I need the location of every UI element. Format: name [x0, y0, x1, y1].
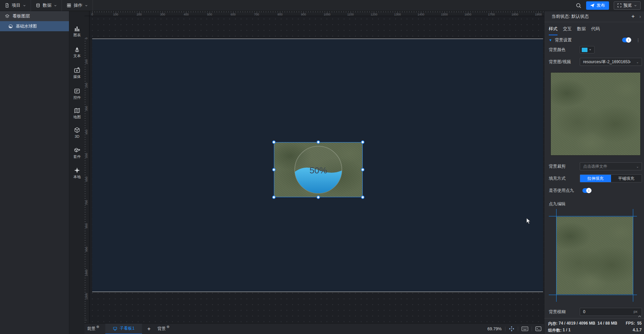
nine-patch-guide-right[interactable] — [633, 209, 633, 302]
bg-blur-input[interactable] — [580, 308, 642, 316]
bg-blur-label: 背景模糊 — [549, 309, 566, 315]
keyboard-icon[interactable] — [522, 326, 528, 331]
resize-handle-nw[interactable] — [272, 140, 276, 144]
chevron-down-icon — [634, 4, 637, 7]
tab-data[interactable]: 数据 — [577, 26, 586, 35]
nine-patch-toggle[interactable] — [582, 188, 592, 193]
publish-label: 发布 — [597, 3, 605, 8]
plus-circle-icon[interactable]: ⊕ — [167, 325, 170, 329]
toolbox-item-3d[interactable]: 3D — [69, 127, 85, 138]
bg-color-row: 背景颜色 — [549, 46, 642, 54]
bg-media-row: 背景图/视频 resources/草-2_16901653469 ⌄ — [549, 58, 642, 66]
resize-handle-sw[interactable] — [272, 196, 276, 199]
toolbox-item-text[interactable]: 文本 — [69, 46, 85, 58]
preview-label: 预览 — [623, 3, 632, 8]
tab-style[interactable]: 样式 — [549, 26, 558, 35]
menu-actions-label: 操作 — [74, 2, 82, 8]
gauge-value-label: 50% — [310, 165, 327, 175]
toolbox-item-label: 控件 — [73, 95, 81, 99]
toolbox-item-media[interactable]: 媒体 — [69, 67, 85, 79]
menu-data-label: 数据 — [43, 2, 51, 8]
background-button[interactable]: 背景 ⊕ — [155, 326, 172, 332]
canvas-viewport[interactable]: 50% — [90, 16, 544, 323]
divider — [532, 327, 532, 331]
foreground-label: 前景 — [87, 326, 96, 332]
chart-icon — [74, 25, 80, 32]
map-icon — [74, 107, 80, 114]
tab-code[interactable]: 代码 — [591, 26, 600, 35]
layer-item-liquid-gauge[interactable]: 基础水球图 — [0, 21, 69, 31]
nine-patch-guide-top[interactable] — [549, 216, 637, 216]
add-state-button[interactable]: + — [631, 13, 639, 20]
app-window: 项目 数据 操作 发布 预览 — [0, 0, 644, 334]
bg-media-value: resources/草-2_16901653469 — [580, 59, 631, 65]
foreground-button[interactable]: 前景 ⊕ — [84, 326, 102, 332]
cube-3d-icon — [74, 127, 80, 133]
tab-interaction[interactable]: 交互 — [563, 26, 572, 35]
chevron-up-icon[interactable] — [638, 315, 641, 318]
layers-icon — [5, 14, 10, 19]
v-ruler: 010020030040050060070080090010001100 — [84, 16, 90, 323]
terminal-icon[interactable] — [535, 326, 541, 331]
topbar: 项目 数据 操作 发布 预览 — [0, 0, 644, 11]
toolbox-item-local[interactable]: 本地 — [69, 167, 85, 179]
fill-mode-label: 填充方式 — [549, 176, 566, 181]
resize-handle-n[interactable] — [317, 140, 320, 144]
add-board-button[interactable]: + — [143, 326, 155, 332]
menu-project[interactable]: 项目 — [0, 0, 31, 11]
tab-subboard-1-label: 子看板1 — [119, 326, 134, 331]
board-icon — [113, 326, 117, 331]
bg-media-select[interactable]: resources/草-2_16901653469 ⌄ — [580, 58, 642, 66]
menu-data[interactable]: 数据 — [31, 0, 62, 11]
chevron-right-icon[interactable]: › — [639, 14, 644, 19]
components-label: 组件数: — [548, 328, 562, 333]
memory-label: 内存: — [548, 321, 558, 327]
ruler-corner — [84, 11, 90, 16]
layer-item-label: 基础水球图 — [16, 24, 37, 29]
toolbox-item-charts[interactable]: 图表 — [69, 25, 85, 37]
toolbox-item-map[interactable]: 地图 — [69, 107, 85, 119]
inspector-panel: 当前状态: 默认状态 + › 样式 交互 数据 代码 ▼ 背景设置 ⋮ 背景颜色 — [544, 11, 644, 318]
nine-patch-label: 是否使用点九 — [549, 188, 574, 194]
bg-color-picker[interactable] — [580, 46, 595, 53]
caret-down-icon[interactable]: ▼ — [549, 38, 552, 42]
resize-handle-s[interactable] — [317, 196, 320, 199]
document-icon — [5, 3, 9, 8]
preview-button[interactable]: 预览 — [614, 1, 641, 10]
bg-color-label: 背景颜色 — [549, 47, 566, 53]
toolbox-item-label: 套件 — [73, 155, 81, 159]
tab-subboard-1[interactable]: 子看板1 — [105, 324, 142, 334]
current-state-label: 当前状态: 默认状态 — [551, 13, 589, 19]
toolbox-item-label: 文本 — [73, 54, 81, 58]
fill-mode-tile-button[interactable]: 平铺填充 — [611, 175, 642, 182]
resize-handle-e[interactable] — [361, 168, 364, 171]
fullscreen-icon — [617, 3, 621, 7]
toolbox-item-label: 地图 — [73, 115, 81, 119]
chevron-down-icon: ⌄ — [636, 165, 639, 168]
perf-statusbar: 内存: 74 / 4019 / 4096 MB 14 / 88 MB FPS: … — [544, 318, 644, 334]
color-swatch-fill — [582, 48, 587, 52]
nine-patch-guide-bottom[interactable] — [549, 295, 637, 295]
background-label: 背景 — [157, 326, 166, 332]
bg-crop-label: 背景裁剪 — [549, 164, 566, 169]
menu-actions[interactable]: 操作 — [62, 0, 93, 11]
toolbox-item-widgets[interactable]: 控件 — [69, 88, 85, 99]
resize-handle-se[interactable] — [361, 196, 364, 199]
kebab-menu-icon[interactable]: ⋮ — [636, 38, 640, 43]
plus-circle-icon[interactable]: ⊕ — [96, 325, 99, 329]
resize-handle-w[interactable] — [272, 168, 276, 171]
toolbox-item-kits[interactable]: 套件 — [69, 147, 85, 159]
fill-mode-stretch-button[interactable]: 拉伸填充 — [580, 175, 611, 182]
board-tabbar: 前景 ⊕ 子看板1 + 背景 ⊕ 69.79% — [84, 323, 544, 334]
nine-patch-row: 是否使用点九 — [549, 186, 642, 195]
selected-widget-liquid-gauge[interactable]: 50% — [274, 142, 362, 197]
publish-button[interactable]: 发布 — [586, 1, 609, 10]
section-enable-toggle[interactable] — [622, 38, 631, 42]
text-icon — [74, 46, 80, 53]
nine-patch-guide-left[interactable] — [556, 209, 557, 302]
bg-crop-select[interactable]: 点击选择文件 ⌄ — [580, 162, 642, 170]
fit-screen-icon[interactable] — [509, 326, 514, 332]
section-title: 背景设置 — [555, 37, 572, 43]
resize-handle-ne[interactable] — [361, 140, 364, 144]
search-icon[interactable] — [576, 3, 581, 8]
